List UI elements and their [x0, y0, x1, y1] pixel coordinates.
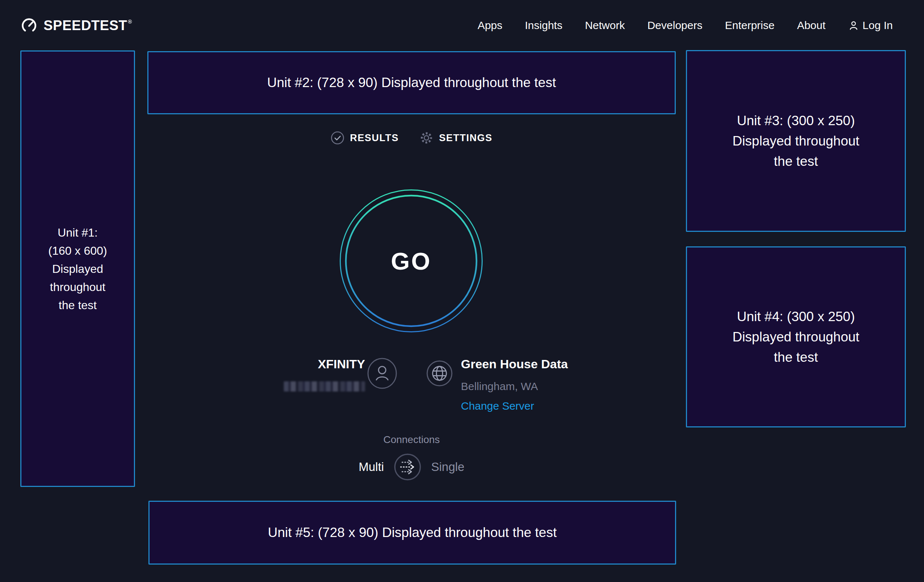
- tab-results[interactable]: RESULTS: [331, 131, 399, 145]
- server-provider: Green House Data: [461, 357, 568, 371]
- multi-arrows-icon: [393, 453, 422, 481]
- header: SPEEDTEST ® Apps Insights Network Develo…: [0, 0, 924, 51]
- server-location: Bellingham, WA: [461, 380, 538, 392]
- connections-single-label[interactable]: Single: [431, 460, 465, 474]
- nav-network[interactable]: Network: [585, 19, 625, 31]
- nav-apps[interactable]: Apps: [478, 19, 502, 31]
- ad-unit-3-text: Unit #3: (300 x 250) Displayed throughou…: [733, 110, 860, 171]
- view-tabs: RESULTS SETTINGS: [147, 130, 676, 145]
- speedtest-page: SPEEDTEST ® Apps Insights Network Develo…: [0, 0, 924, 582]
- connections-label: Connections: [147, 434, 676, 445]
- ad-unit-4[interactable]: Unit #4: (300 x 250) Displayed throughou…: [686, 246, 906, 427]
- nav-developers[interactable]: Developers: [647, 19, 703, 31]
- brand-name: SPEEDTEST: [43, 18, 127, 33]
- ad-unit-2-text: Unit #2: (728 x 90) Displayed throughout…: [267, 75, 556, 90]
- nav-insights[interactable]: Insights: [525, 19, 562, 31]
- tab-settings[interactable]: SETTINGS: [419, 130, 492, 145]
- ad-unit-1-text: Unit #1: (160 x 600) Displayed throughou…: [48, 224, 107, 314]
- ad-unit-2[interactable]: Unit #2: (728 x 90) Displayed throughout…: [147, 51, 676, 114]
- ad-unit-5-text: Unit #5: (728 x 90) Displayed throughout…: [268, 525, 557, 540]
- ad-unit-5[interactable]: Unit #5: (728 x 90) Displayed throughout…: [148, 501, 676, 565]
- connections-toggle-button[interactable]: [393, 453, 422, 481]
- connections-multi-label[interactable]: Multi: [358, 460, 384, 474]
- tab-settings-label: SETTINGS: [439, 132, 492, 144]
- ad-unit-4-text: Unit #4: (300 x 250) Displayed throughou…: [733, 307, 860, 368]
- go-label: GO: [339, 189, 483, 333]
- brand-trademark: ®: [128, 18, 132, 25]
- ad-unit-3[interactable]: Unit #3: (300 x 250) Displayed throughou…: [686, 50, 906, 232]
- person-circle-icon: [366, 358, 398, 389]
- check-circle-icon: [331, 131, 345, 145]
- speedtest-logo[interactable]: SPEEDTEST ®: [20, 17, 132, 34]
- go-button[interactable]: GO: [339, 189, 483, 333]
- tab-results-label: RESULTS: [350, 132, 399, 144]
- login-label: Log In: [863, 19, 893, 31]
- change-server-link[interactable]: Change Server: [461, 400, 534, 412]
- nav-enterprise[interactable]: Enterprise: [725, 19, 774, 31]
- ad-unit-1[interactable]: Unit #1: (160 x 600) Displayed throughou…: [20, 50, 135, 487]
- gauge-icon: [20, 17, 38, 34]
- person-icon: [848, 20, 859, 31]
- connections-toggle-row: Multi Single: [147, 452, 676, 481]
- main-nav: Apps Insights Network Developers Enterpr…: [478, 19, 893, 31]
- isp-name: XFINITY: [254, 357, 365, 371]
- gear-icon: [419, 130, 434, 145]
- isp-ip-redacted: [284, 381, 365, 391]
- nav-about[interactable]: About: [797, 19, 825, 31]
- login-button[interactable]: Log In: [848, 19, 893, 31]
- globe-circle-icon: [426, 360, 453, 387]
